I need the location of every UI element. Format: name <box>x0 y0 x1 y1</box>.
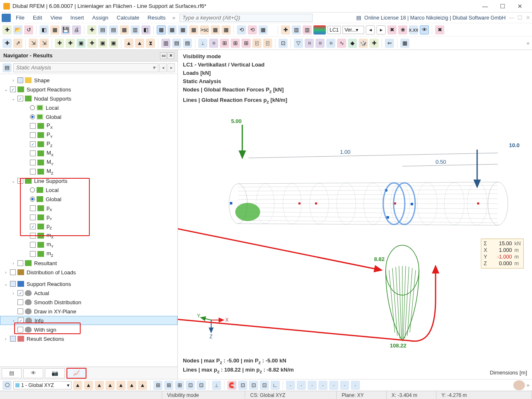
book-icon[interactable]: ▤ <box>356 15 361 21</box>
tb-m[interactable]: ⟲ <box>237 25 246 34</box>
bs-c[interactable]: ▲ <box>84 381 93 390</box>
navigator-tree[interactable]: ›Shape ⌄Support Reactions ⌄Nodal Support… <box>0 74 177 367</box>
tr2-m[interactable]: ⧗ <box>146 39 155 48</box>
menu-calculate[interactable]: Calculate <box>113 14 143 22</box>
viewport-3d[interactable]: Visibility mode LC1 - Vertikallast / Ver… <box>178 50 532 379</box>
tr2-k[interactable]: ▲ <box>124 39 133 48</box>
tr2-p[interactable]: ▤ <box>183 39 192 48</box>
tb-l[interactable]: ▦ <box>222 25 231 34</box>
tr2-e[interactable]: ✚ <box>55 39 64 48</box>
analysis-next[interactable]: ▸ <box>167 63 175 72</box>
tree-nodal-global[interactable]: Global <box>0 112 177 121</box>
prev-lc-button[interactable]: ◂ <box>366 25 375 34</box>
tr2-w[interactable]: ⍃ <box>263 39 272 48</box>
bs-m[interactable]: ⊡ <box>197 381 206 390</box>
minimize-button[interactable]: — <box>476 0 494 12</box>
snap-icon[interactable]: 🧲 <box>227 381 236 390</box>
bs-o[interactable]: ⊡ <box>238 381 247 390</box>
nav-tab-display[interactable]: 👁 <box>23 368 43 378</box>
tree-nodal-py[interactable]: PY <box>0 131 177 140</box>
menu-edit[interactable]: Edit <box>29 14 46 22</box>
tree-support-reactions-2[interactable]: ⌄Support Reactions <box>0 279 177 288</box>
bottom-overflow-icon[interactable]: » <box>527 382 530 388</box>
app-menu-icon[interactable] <box>2 14 11 22</box>
tree-line-supports[interactable]: ⌄Line Supports <box>0 176 177 185</box>
navigator-close-button[interactable]: ✕ <box>167 52 174 59</box>
tb-v[interactable]: 👁 <box>420 25 429 34</box>
tb-e[interactable]: ▥ <box>131 25 140 34</box>
tree-line-global[interactable]: Global <box>0 195 177 204</box>
tb-j[interactable]: >sc <box>200 25 209 34</box>
tb-k[interactable]: ▦ <box>211 25 220 34</box>
tr2-a[interactable]: ✚ <box>2 39 12 48</box>
bs-a[interactable]: ⎔ <box>2 381 12 390</box>
nav-tab-data[interactable]: ▤ <box>2 368 22 378</box>
bs-u[interactable]: · <box>308 381 317 390</box>
bs-p[interactable]: ⊡ <box>249 381 258 390</box>
next-lc-button[interactable]: ▸ <box>377 25 386 34</box>
tr2-f[interactable]: ✚ <box>66 39 75 48</box>
tb-d[interactable]: ▦ <box>120 25 129 34</box>
tree-support-reactions[interactable]: ⌄Support Reactions <box>0 85 177 94</box>
bs-d[interactable]: ▲ <box>95 381 104 390</box>
bs-n[interactable]: ⟂ <box>212 381 221 390</box>
tree-info[interactable]: ›Info <box>0 316 177 325</box>
nav-tab-views[interactable]: 📷 <box>45 368 65 378</box>
tr2-af[interactable]: ⇐ <box>385 39 394 48</box>
bs-i[interactable]: ⊞ <box>153 381 163 390</box>
tr2-g[interactable]: ▣ <box>76 39 86 48</box>
tree-nodal-px[interactable]: PX <box>0 121 177 131</box>
tb-o[interactable]: ▦ <box>259 25 268 34</box>
bs-l[interactable]: ⊡ <box>186 381 195 390</box>
tb-g[interactable]: ▦ <box>167 25 177 34</box>
tr2-l[interactable]: ▲ <box>135 39 144 48</box>
menu-overflow-icon[interactable]: » <box>172 15 175 21</box>
filter-icon[interactable]: ▽ <box>294 39 303 48</box>
tr2-q[interactable]: ⟂ <box>198 39 207 48</box>
menu-results[interactable]: Results <box>143 14 170 22</box>
tree-line-my[interactable]: mY <box>0 240 177 249</box>
tb-s[interactable]: ✖ <box>387 25 397 34</box>
bs-r[interactable]: ∟ <box>271 381 280 390</box>
tb-t[interactable]: ❀ <box>398 25 407 34</box>
tb-n[interactable]: ⟲ <box>248 25 257 34</box>
tree-line-mx[interactable]: mX <box>0 231 177 240</box>
bs-e[interactable]: ▲ <box>106 381 115 390</box>
bs-f[interactable]: ▲ <box>116 381 126 390</box>
model-icon[interactable]: ◧ <box>39 25 49 34</box>
tr2-ab[interactable]: ∿ <box>337 39 346 48</box>
tree-smooth[interactable]: Smooth Distribution <box>0 298 177 307</box>
tb-u[interactable]: x.xx <box>409 25 418 34</box>
tr2-z[interactable]: ⌗ <box>315 39 325 48</box>
tree-nodal-my[interactable]: MY <box>0 158 177 167</box>
tr2-s[interactable]: ⊞ <box>220 39 229 48</box>
navigator-float-button[interactable]: ▭ <box>160 52 167 59</box>
tree-line-local[interactable]: Local <box>0 185 177 195</box>
tb-r[interactable]: ▥ <box>303 25 312 34</box>
bs-y[interactable]: · <box>351 381 360 390</box>
tr2-o[interactable]: ▤ <box>172 39 181 48</box>
tree-line-py[interactable]: pY <box>0 213 177 222</box>
tb-a[interactable]: ✚ <box>87 25 96 34</box>
tb-color[interactable] <box>313 25 326 34</box>
cancel-icon[interactable]: ✖ <box>435 25 444 34</box>
new-icon[interactable]: ✚ <box>2 25 12 34</box>
avatar[interactable] <box>513 380 525 390</box>
toolbar-overflow-icon[interactable]: » <box>527 40 530 46</box>
loadcase-name-combo[interactable]: Ver... ▾ <box>342 26 364 34</box>
menu-file[interactable]: File <box>12 14 29 22</box>
bs-t[interactable]: · <box>297 381 306 390</box>
tree-dist-loads[interactable]: ›Distribution of Loads <box>0 268 177 277</box>
menu-assign[interactable]: Assign <box>88 14 113 22</box>
bs-q[interactable]: ⊡ <box>260 381 269 390</box>
tb-i[interactable]: ▦ <box>189 25 198 34</box>
tr2-d[interactable]: ⇲ <box>39 39 49 48</box>
bs-h[interactable]: ▲ <box>138 381 147 390</box>
tree-result-sections[interactable]: ›Result Sections <box>0 334 177 343</box>
tree-line-pz[interactable]: pZ <box>0 222 177 231</box>
print-icon[interactable]: 🖨 <box>72 25 81 34</box>
bs-s[interactable]: · <box>286 381 295 390</box>
tr2-j[interactable]: ▣ <box>109 39 118 48</box>
tree-withsign[interactable]: With sign <box>0 325 177 334</box>
tb-f[interactable]: ◧ <box>141 25 150 34</box>
